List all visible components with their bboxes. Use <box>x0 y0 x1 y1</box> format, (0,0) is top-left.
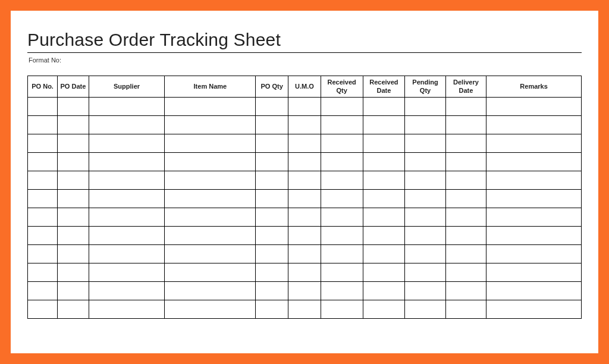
cell-item_name[interactable] <box>165 190 256 208</box>
cell-umo[interactable] <box>288 153 321 171</box>
cell-po_date[interactable] <box>58 282 89 300</box>
cell-del_date[interactable] <box>445 134 486 153</box>
cell-po_qty[interactable] <box>256 300 288 319</box>
cell-umo[interactable] <box>288 263 321 282</box>
cell-po_no[interactable] <box>28 227 58 245</box>
cell-po_no[interactable] <box>28 98 58 116</box>
cell-umo[interactable] <box>288 245 321 263</box>
cell-po_date[interactable] <box>58 116 89 134</box>
cell-item_name[interactable] <box>165 227 256 245</box>
cell-recv_date[interactable] <box>363 208 405 227</box>
cell-recv_qty[interactable] <box>321 245 363 263</box>
cell-po_date[interactable] <box>58 227 89 245</box>
cell-recv_date[interactable] <box>363 300 405 319</box>
cell-pend_qty[interactable] <box>405 153 445 171</box>
cell-po_date[interactable] <box>58 300 89 319</box>
cell-supplier[interactable] <box>89 153 165 171</box>
cell-pend_qty[interactable] <box>405 171 445 190</box>
cell-recv_qty[interactable] <box>321 227 363 245</box>
cell-po_qty[interactable] <box>256 153 288 171</box>
cell-po_no[interactable] <box>28 134 58 153</box>
cell-po_no[interactable] <box>28 300 58 319</box>
cell-recv_date[interactable] <box>363 282 405 300</box>
cell-recv_qty[interactable] <box>321 98 363 116</box>
cell-po_no[interactable] <box>28 263 58 282</box>
cell-pend_qty[interactable] <box>405 190 445 208</box>
cell-pend_qty[interactable] <box>405 263 445 282</box>
cell-pend_qty[interactable] <box>405 116 445 134</box>
cell-po_date[interactable] <box>58 245 89 263</box>
cell-item_name[interactable] <box>165 134 256 153</box>
cell-del_date[interactable] <box>445 208 486 227</box>
cell-po_no[interactable] <box>28 116 58 134</box>
cell-recv_date[interactable] <box>363 171 405 190</box>
cell-del_date[interactable] <box>445 227 486 245</box>
cell-recv_date[interactable] <box>363 227 405 245</box>
cell-remarks[interactable] <box>486 300 582 319</box>
cell-umo[interactable] <box>288 300 321 319</box>
cell-recv_qty[interactable] <box>321 134 363 153</box>
cell-remarks[interactable] <box>486 171 582 190</box>
cell-po_no[interactable] <box>28 208 58 227</box>
cell-remarks[interactable] <box>486 190 582 208</box>
cell-po_no[interactable] <box>28 282 58 300</box>
cell-recv_qty[interactable] <box>321 153 363 171</box>
cell-recv_qty[interactable] <box>321 190 363 208</box>
cell-umo[interactable] <box>288 116 321 134</box>
cell-recv_date[interactable] <box>363 245 405 263</box>
cell-del_date[interactable] <box>445 263 486 282</box>
cell-item_name[interactable] <box>165 208 256 227</box>
cell-item_name[interactable] <box>165 116 256 134</box>
cell-del_date[interactable] <box>445 153 486 171</box>
cell-remarks[interactable] <box>486 227 582 245</box>
cell-umo[interactable] <box>288 98 321 116</box>
cell-pend_qty[interactable] <box>405 134 445 153</box>
cell-po_date[interactable] <box>58 134 89 153</box>
cell-po_date[interactable] <box>58 208 89 227</box>
cell-remarks[interactable] <box>486 263 582 282</box>
cell-remarks[interactable] <box>486 134 582 153</box>
cell-po_no[interactable] <box>28 153 58 171</box>
cell-recv_date[interactable] <box>363 263 405 282</box>
cell-po_qty[interactable] <box>256 263 288 282</box>
cell-del_date[interactable] <box>445 171 486 190</box>
cell-supplier[interactable] <box>89 190 165 208</box>
cell-remarks[interactable] <box>486 98 582 116</box>
cell-pend_qty[interactable] <box>405 245 445 263</box>
cell-umo[interactable] <box>288 208 321 227</box>
cell-po_date[interactable] <box>58 263 89 282</box>
cell-recv_qty[interactable] <box>321 171 363 190</box>
cell-supplier[interactable] <box>89 227 165 245</box>
cell-pend_qty[interactable] <box>405 300 445 319</box>
cell-umo[interactable] <box>288 171 321 190</box>
cell-remarks[interactable] <box>486 282 582 300</box>
cell-recv_date[interactable] <box>363 98 405 116</box>
cell-po_date[interactable] <box>58 190 89 208</box>
cell-del_date[interactable] <box>445 190 486 208</box>
cell-recv_qty[interactable] <box>321 208 363 227</box>
cell-remarks[interactable] <box>486 245 582 263</box>
cell-po_no[interactable] <box>28 171 58 190</box>
cell-supplier[interactable] <box>89 134 165 153</box>
cell-po_qty[interactable] <box>256 282 288 300</box>
cell-del_date[interactable] <box>445 116 486 134</box>
cell-supplier[interactable] <box>89 282 165 300</box>
cell-recv_date[interactable] <box>363 153 405 171</box>
cell-po_qty[interactable] <box>256 98 288 116</box>
cell-recv_qty[interactable] <box>321 263 363 282</box>
cell-pend_qty[interactable] <box>405 227 445 245</box>
cell-supplier[interactable] <box>89 263 165 282</box>
cell-remarks[interactable] <box>486 116 582 134</box>
cell-item_name[interactable] <box>165 245 256 263</box>
cell-umo[interactable] <box>288 190 321 208</box>
cell-item_name[interactable] <box>165 300 256 319</box>
cell-recv_date[interactable] <box>363 116 405 134</box>
cell-po_date[interactable] <box>58 98 89 116</box>
cell-supplier[interactable] <box>89 245 165 263</box>
cell-recv_qty[interactable] <box>321 282 363 300</box>
cell-pend_qty[interactable] <box>405 208 445 227</box>
cell-recv_qty[interactable] <box>321 300 363 319</box>
cell-remarks[interactable] <box>486 208 582 227</box>
cell-po_qty[interactable] <box>256 171 288 190</box>
cell-del_date[interactable] <box>445 98 486 116</box>
